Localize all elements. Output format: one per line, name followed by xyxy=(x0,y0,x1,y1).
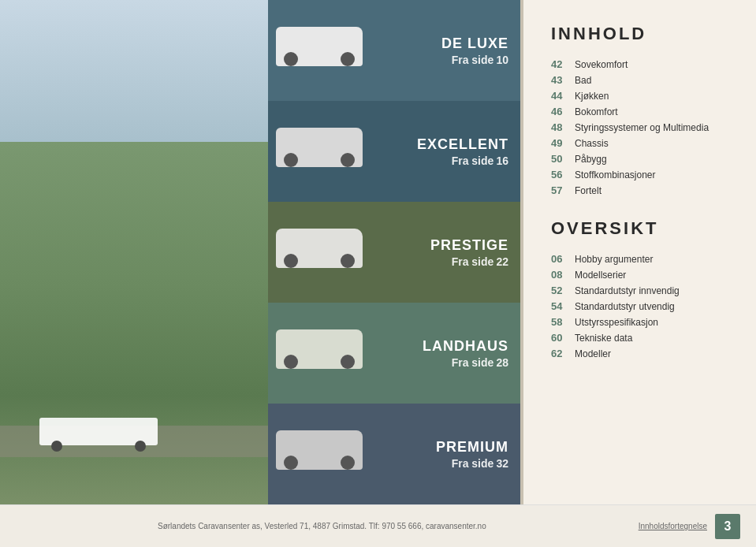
toc-item: 48Styringssystemer og Multimedia xyxy=(551,121,728,133)
oversikt-title: OVERSIKT xyxy=(551,218,728,239)
model-card-landhaus[interactable]: LANDHAUS Fra side 28 xyxy=(268,303,520,404)
prestige-image xyxy=(276,229,371,276)
toc-label: Bokomfort xyxy=(575,106,618,117)
toc-label: Styringssystemer og Multimedia xyxy=(575,122,709,133)
innhold-list: 42Sovekomfort43Bad44Kjøkken46Bokomfort48… xyxy=(551,58,728,196)
toc-number: 50 xyxy=(551,153,575,165)
toc-number: 56 xyxy=(551,169,575,180)
toc-label: Utstyrsspesifikasjon xyxy=(575,317,658,328)
toc-label: Sovekomfort xyxy=(575,59,628,70)
toc-number: 54 xyxy=(551,300,575,312)
footer-toc-link[interactable]: Innholdsfortegnelse xyxy=(639,522,707,530)
toc-item: 52Standardutstyr innvendig xyxy=(551,285,728,296)
models-panel: DE LUXE Fra side 10 EXCELLENT Fra side 1… xyxy=(268,0,520,504)
page-number-badge: 3 xyxy=(715,514,740,539)
info-panel: INNHOLD 42Sovekomfort43Bad44Kjøkken46Bok… xyxy=(523,0,756,504)
toc-number: 44 xyxy=(551,90,575,102)
toc-item: 57Fortelt xyxy=(551,184,728,196)
toc-number: 49 xyxy=(551,137,575,149)
oversikt-list: 06Hobby argumenter08Modellserier52Standa… xyxy=(551,253,728,359)
toc-label: Kjøkken xyxy=(575,91,609,102)
main-content: DE LUXE Fra side 10 EXCELLENT Fra side 1… xyxy=(268,0,756,504)
de-luxe-name: DE LUXE xyxy=(441,35,508,52)
de-luxe-image xyxy=(276,27,371,74)
toc-number: 42 xyxy=(551,58,575,70)
toc-label: Standardutstyr utvendig xyxy=(575,301,675,312)
toc-number: 08 xyxy=(551,269,575,281)
excellent-text: EXCELLENT Fra side 16 xyxy=(417,136,508,167)
toc-label: Tekniske data xyxy=(575,333,632,344)
toc-label: Chassis xyxy=(575,138,609,149)
footer-right: Innholdsfortegnelse 3 xyxy=(639,514,740,539)
toc-number: 52 xyxy=(551,285,575,296)
landscape-background xyxy=(0,0,268,504)
model-card-excellent[interactable]: EXCELLENT Fra side 16 xyxy=(268,101,520,202)
innhold-title: INNHOLD xyxy=(551,24,728,44)
toc-item: 50Påbygg xyxy=(551,153,728,165)
toc-item: 62Modeller xyxy=(551,348,728,359)
toc-number: 06 xyxy=(551,253,575,265)
premium-text: PREMIUM Fra side 32 xyxy=(436,439,508,470)
toc-label: Bad xyxy=(575,75,591,86)
prestige-page: Fra side 22 xyxy=(430,255,508,268)
sky xyxy=(0,0,268,142)
prestige-text: PRESTIGE Fra side 22 xyxy=(430,237,508,268)
excellent-page: Fra side 16 xyxy=(417,154,508,167)
premium-image xyxy=(276,430,371,478)
de-luxe-page: Fra side 10 xyxy=(441,54,508,66)
model-card-de-luxe[interactable]: DE LUXE Fra side 10 xyxy=(268,0,520,101)
excellent-name: EXCELLENT xyxy=(417,136,508,153)
toc-label: Påbygg xyxy=(575,154,607,165)
model-card-prestige[interactable]: PRESTIGE Fra side 22 xyxy=(268,202,520,303)
landscape-caravan xyxy=(39,418,158,445)
toc-number: 48 xyxy=(551,121,575,133)
toc-label: Hobby argumenter xyxy=(575,254,653,265)
landhaus-text: LANDHAUS Fra side 28 xyxy=(423,338,508,369)
model-card-premium[interactable]: PREMIUM Fra side 32 xyxy=(268,404,520,504)
toc-item: 46Bokomfort xyxy=(551,106,728,117)
toc-label: Modellserier xyxy=(575,270,626,281)
toc-item: 49Chassis xyxy=(551,137,728,149)
toc-number: 46 xyxy=(551,106,575,117)
premium-page: Fra side 32 xyxy=(436,457,508,470)
toc-item: 54Standardutstyr utvendig xyxy=(551,300,728,312)
toc-number: 57 xyxy=(551,184,575,196)
toc-item: 60Tekniske data xyxy=(551,332,728,344)
footer: Sørlandets Caravansenter as, Vesterled 7… xyxy=(0,504,756,547)
toc-item: 06Hobby argumenter xyxy=(551,253,728,265)
landhaus-page: Fra side 28 xyxy=(423,356,508,369)
toc-label: Standardutstyr innvendig xyxy=(575,285,680,296)
toc-number: 62 xyxy=(551,348,575,359)
toc-label: Stoffkombinasjoner xyxy=(575,169,656,180)
toc-number: 60 xyxy=(551,332,575,344)
landhaus-name: LANDHAUS xyxy=(423,338,508,355)
toc-item: 43Bad xyxy=(551,74,728,86)
toc-item: 44Kjøkken xyxy=(551,90,728,102)
toc-item: 08Modellserier xyxy=(551,269,728,281)
toc-item: 58Utstyrsspesifikasjon xyxy=(551,316,728,328)
toc-item: 42Sovekomfort xyxy=(551,58,728,70)
de-luxe-text: DE LUXE Fra side 10 xyxy=(441,35,508,66)
toc-label: Modeller xyxy=(575,348,611,359)
toc-number: 43 xyxy=(551,74,575,86)
toc-label: Fortelt xyxy=(575,185,601,196)
landhaus-image xyxy=(276,329,371,377)
excellent-image xyxy=(276,128,371,175)
premium-name: PREMIUM xyxy=(436,439,508,456)
toc-number: 58 xyxy=(551,316,575,328)
footer-company: Sørlandets Caravansenter as, Vesterled 7… xyxy=(158,522,486,530)
prestige-name: PRESTIGE xyxy=(430,237,508,254)
page-wrapper: DE LUXE Fra side 10 EXCELLENT Fra side 1… xyxy=(0,0,756,547)
toc-item: 56Stoffkombinasjoner xyxy=(551,169,728,180)
